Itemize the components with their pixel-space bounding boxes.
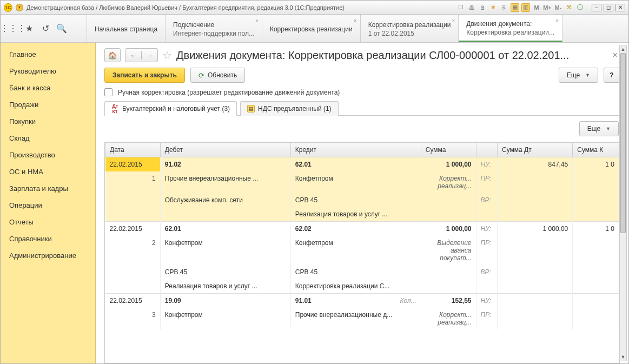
label-cell: НУ:	[476, 157, 498, 172]
document-tab-2[interactable]: Корректировка реализации×	[262, 15, 361, 42]
sum-cell	[421, 265, 476, 279]
sum-cell: Выделение аванса покупат...	[421, 236, 476, 265]
document-tab-0[interactable]: Начальная страница	[87, 15, 165, 42]
scroll-down-icon[interactable]: ▼	[620, 353, 626, 361]
manual-edit-checkbox[interactable]	[104, 88, 112, 96]
nav-back-forward[interactable]: ←→	[125, 48, 158, 62]
print-icon[interactable]: ☐	[456, 3, 465, 12]
table-row[interactable]: 2КонфетпромКонфетпромВыделение аванса по…	[105, 236, 619, 265]
history-icon[interactable]: ↺	[41, 24, 50, 34]
document-tab-4[interactable]: Движения документа:Корректировка реализа…	[459, 15, 562, 42]
sidebar-item-1[interactable]: Руководителю	[1, 63, 95, 80]
table-row[interactable]: 22.02.201591.0262.011 000,00НУ:847,451 0	[105, 157, 619, 172]
column-header[interactable]: Кредит	[290, 143, 421, 157]
tab-sublabel: Корректировка реализации...	[466, 29, 554, 36]
sidebar-item-7[interactable]: ОС и НМА	[1, 163, 95, 180]
calendar-icon[interactable]: ▥	[521, 3, 530, 12]
tab-label: Начальная страница	[95, 25, 157, 33]
credit-cell: Реализация товаров и услуг ...	[290, 207, 421, 222]
debit-cell: Реализация товаров и услуг ...	[160, 279, 290, 294]
memory-mplus-icon[interactable]: M+	[543, 3, 552, 12]
credit-cell: Корректировка реализации С...	[290, 279, 421, 294]
link-icon[interactable]: ⎘	[500, 3, 508, 12]
column-header[interactable]	[476, 143, 498, 157]
sumk-cell	[573, 308, 619, 329]
table-row[interactable]: СРВ 45СРВ 45ВР:	[105, 265, 619, 279]
label-cell	[476, 279, 498, 294]
sidebar-item-5[interactable]: Склад	[1, 130, 95, 147]
app-menu-icon[interactable]: ▾	[16, 4, 23, 11]
search-icon[interactable]: 🔍	[57, 24, 67, 34]
sumk-cell: 1 0	[573, 157, 619, 172]
forward-icon[interactable]: →	[142, 51, 157, 59]
sidebar-item-10[interactable]: Отчеты	[1, 214, 95, 230]
info-icon[interactable]: ⓘ	[575, 3, 584, 12]
table-row[interactable]: Реализация товаров и услуг ...	[105, 207, 619, 222]
table-row[interactable]: 3КонфетпромПрочие внереализационные д...…	[105, 308, 619, 329]
table-row[interactable]: Обслуживание комп. сетиСРВ 45ВР:	[105, 193, 619, 207]
scroll-up-icon[interactable]: ▲	[620, 45, 626, 53]
star-icon[interactable]: ★	[24, 24, 34, 34]
column-header[interactable]: Сумма К	[573, 143, 619, 157]
sidebar-item-12[interactable]: Администрирование	[1, 247, 95, 264]
column-header[interactable]: Сумма Дт	[498, 143, 573, 157]
table-row[interactable]: 22.02.201562.0162.021 000,00НУ:1 000,001…	[105, 222, 619, 236]
sidebar-item-3[interactable]: Продажи	[1, 96, 95, 113]
close-tab-icon[interactable]: ×	[555, 18, 559, 24]
home-button[interactable]: 🏠	[104, 48, 121, 62]
help-button[interactable]: ?	[604, 68, 620, 83]
column-header[interactable]: Сумма	[421, 143, 476, 157]
close-tab-icon[interactable]: ×	[354, 18, 357, 24]
memory-m-icon[interactable]: M	[532, 3, 541, 12]
tab-accounting[interactable]: ДтКтБухгалтерский и налоговый учет (3)	[104, 101, 237, 116]
back-icon[interactable]: ←	[125, 51, 142, 59]
save-and-close-button[interactable]: Записать и закрыть	[104, 68, 185, 83]
table-row[interactable]: 1Прочие внереализационные ...КонфетпромК…	[105, 171, 619, 193]
close-window-button[interactable]: ✕	[615, 4, 625, 11]
close-page-button[interactable]: ×	[611, 50, 620, 60]
accounting-grid[interactable]: ДатаДебетКредитСуммаСумма ДтСумма К 22.0…	[105, 142, 619, 329]
tab-vat[interactable]: ▤НДС предъявленный (1)	[240, 101, 338, 116]
document-tab-3[interactable]: Корректировка реализации1 от 22.02.2015×	[361, 15, 459, 42]
sum-cell: Коррект... реализац...	[421, 308, 476, 329]
favorite-icon[interactable]: ★	[489, 3, 498, 12]
sidebar-item-8[interactable]: Зарплата и кадры	[1, 180, 95, 197]
table-row[interactable]: 22.02.201519.0991.01Кол...152,55НУ:	[105, 294, 619, 308]
doc-icon[interactable]: 🗎	[478, 3, 487, 12]
sumk-cell	[573, 193, 619, 207]
sumdt-cell	[498, 207, 573, 222]
calc-icon[interactable]: ▦	[511, 3, 519, 12]
index-cell	[105, 193, 161, 207]
scroll-thumb[interactable]	[620, 53, 626, 233]
maximize-button[interactable]: ◻	[604, 4, 613, 11]
label-cell: ВР:	[476, 265, 498, 279]
save-icon[interactable]: 🖶	[467, 3, 476, 12]
scrollbar[interactable]: ▲ ▼	[619, 45, 627, 361]
table-row[interactable]: Реализация товаров и услуг ...Корректиро…	[105, 279, 619, 294]
document-tab-1[interactable]: ПодключениеИнтернет-поддержки пол...×	[165, 15, 262, 42]
column-header[interactable]: Дебет	[160, 143, 290, 157]
sumdt-cell	[498, 171, 573, 193]
sidebar-item-6[interactable]: Производство	[1, 147, 95, 163]
sidebar-item-9[interactable]: Операции	[1, 197, 95, 214]
sidebar-item-11[interactable]: Справочники	[1, 230, 95, 247]
tools-icon[interactable]: ⚒	[565, 3, 573, 12]
sidebar-item-2[interactable]: Банк и касса	[1, 80, 95, 96]
sumdt-cell	[498, 308, 573, 329]
close-tab-icon[interactable]: ×	[452, 18, 455, 24]
grid-more-button[interactable]: Еще▼	[579, 121, 619, 136]
column-header[interactable]: Дата	[105, 143, 161, 157]
close-tab-icon[interactable]: ×	[255, 18, 259, 24]
sidebar-item-4[interactable]: Покупки	[1, 113, 95, 130]
apps-icon[interactable]: ⋮⋮⋮	[8, 24, 18, 34]
tab-sublabel: Интернет-поддержки пол...	[173, 30, 254, 37]
debit-cell: 91.02	[160, 157, 290, 172]
bookmark-icon[interactable]: ☆	[162, 49, 172, 62]
memory-mminus-icon[interactable]: M-	[554, 3, 562, 12]
refresh-button[interactable]: ⟳Обновить	[190, 68, 245, 83]
index-cell: 3	[105, 308, 161, 329]
sidebar-item-0[interactable]: Главное	[1, 46, 95, 63]
more-button[interactable]: Еще▼	[559, 68, 598, 83]
minimize-button[interactable]: –	[592, 4, 601, 11]
credit-cell: Конфетпром	[290, 236, 421, 265]
